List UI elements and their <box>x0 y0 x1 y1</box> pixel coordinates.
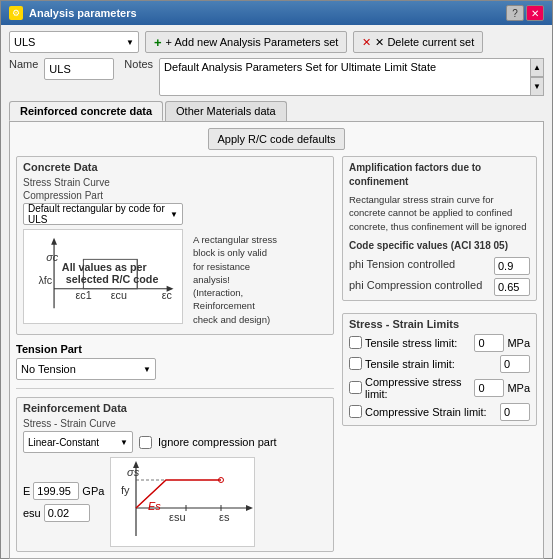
tension-group: Tension Part No Tension ▼ <box>16 343 334 380</box>
close-button[interactable]: ✕ <box>526 5 544 21</box>
tabs: Reinforced concrete data Other Materials… <box>9 101 544 122</box>
svg-marker-2 <box>51 238 57 245</box>
concrete-data-group: Concrete Data Stress Strain Curve Compre… <box>16 156 334 335</box>
svg-text:All values as per: All values as per <box>62 261 148 273</box>
esu-label: esu <box>23 507 41 519</box>
amplification-desc: Rectangular stress strain curve for conc… <box>349 193 530 233</box>
phi-tension-input[interactable] <box>494 257 530 275</box>
window-title: Analysis parameters <box>29 7 137 19</box>
rein-values: E GPa esu <box>23 457 104 547</box>
delete-params-button[interactable]: ✕ ✕ Delete current set <box>353 31 483 53</box>
notes-label: Notes <box>124 58 153 70</box>
tension-label: Tension Part <box>16 343 334 355</box>
compressive-stress-input[interactable] <box>474 379 504 397</box>
compressive-stress-label: Compressive stress limit: <box>365 376 471 400</box>
compression-label: Compression Part <box>23 190 327 201</box>
reinforcement-group: Reinforcement Data Stress - Strain Curve… <box>16 397 334 552</box>
name-notes-row: Name Notes ▲ ▼ <box>9 58 544 96</box>
rein-curve-dropdown[interactable]: Linear-Constant ▼ <box>23 431 133 453</box>
tensile-strain-checkbox[interactable] <box>349 357 362 370</box>
concrete-curve-dropdown[interactable]: Default rectangular by code for ULS ▼ <box>23 203 183 225</box>
svg-marker-17 <box>246 505 253 511</box>
esu-row: esu <box>23 504 104 522</box>
amplification-group: Amplification factors due to confinement… <box>342 156 537 301</box>
e-label: E <box>23 485 30 497</box>
svg-text:selected R/C code: selected R/C code <box>66 273 159 285</box>
tensile-strain-input[interactable] <box>500 355 530 373</box>
e-unit: GPa <box>82 485 104 497</box>
code-title: Code specific values (ACI 318 05) <box>349 239 530 253</box>
phi-compression-input[interactable] <box>494 278 530 296</box>
svg-text:σs: σs <box>127 466 140 478</box>
divider <box>16 388 334 389</box>
tensile-stress-unit: MPa <box>507 337 530 349</box>
two-column-layout: Concrete Data Stress Strain Curve Compre… <box>16 156 537 552</box>
left-panel: Concrete Data Stress Strain Curve Compre… <box>16 156 334 552</box>
svg-text:εc1: εc1 <box>76 289 92 301</box>
add-params-button[interactable]: + + Add new Analysis Parameters set <box>145 31 347 53</box>
compressive-strain-row: Compressive Strain limit: <box>349 403 530 421</box>
e-input[interactable] <box>33 482 79 500</box>
concrete-chart-svg: σc λfc εc1 εcu <box>24 230 182 323</box>
help-button[interactable]: ? <box>506 5 524 21</box>
title-bar: ⚙ Analysis parameters ? ✕ <box>1 1 552 25</box>
compressive-stress-checkbox[interactable] <box>349 381 362 394</box>
tensile-stress-label: Tensile stress limit: <box>365 337 471 349</box>
notes-scroll-down[interactable]: ▼ <box>530 77 544 96</box>
compressive-stress-unit: MPa <box>507 382 530 394</box>
top-row: ULS ▼ + + Add new Analysis Parameters se… <box>9 31 544 53</box>
concrete-stress-diagram: σc λfc εc1 εcu <box>23 229 183 324</box>
concrete-warning-text: A rectangular stress block is only valid… <box>189 229 284 330</box>
concrete-data-title: Concrete Data <box>23 161 327 173</box>
tensile-stress-row: Tensile stress limit: MPa <box>349 334 530 352</box>
tab-content: Apply R/C code defaults Concrete Data St… <box>9 122 544 559</box>
name-input[interactable] <box>44 58 114 80</box>
tensile-strain-label: Tensile strain limit: <box>365 358 497 370</box>
reinforcement-title: Reinforcement Data <box>23 402 327 414</box>
right-panel: Amplification factors due to confinement… <box>342 156 537 552</box>
tab-reinforced-concrete[interactable]: Reinforced concrete data <box>9 101 163 121</box>
code-specific-box: Code specific values (ACI 318 05) phi Te… <box>349 239 530 296</box>
stress-limits-title: Stress - Strain Limits <box>349 318 530 330</box>
apply-rc-defaults-button[interactable]: Apply R/C code defaults <box>208 128 344 150</box>
tensile-strain-row: Tensile strain limit: <box>349 355 530 373</box>
svg-text:εsu: εsu <box>169 511 186 523</box>
svg-text:Es: Es <box>148 500 161 512</box>
compressive-stress-row: Compressive stress limit: MPa <box>349 376 530 400</box>
phi-compression-label: phi Compression controlled <box>349 278 482 296</box>
rein-diagram: σs fy Es <box>110 457 255 547</box>
concrete-diagram-area: σc λfc εc1 εcu <box>23 229 327 330</box>
compressive-strain-input[interactable] <box>500 403 530 421</box>
svg-text:fy: fy <box>121 484 130 496</box>
svg-text:εc: εc <box>162 289 173 301</box>
main-content: ULS ▼ + + Add new Analysis Parameters se… <box>1 25 552 559</box>
stress-strain-label: Stress Strain Curve <box>23 177 327 188</box>
ignore-compression-checkbox[interactable] <box>139 436 152 449</box>
app-icon: ⚙ <box>9 6 23 20</box>
notes-scroll-up[interactable]: ▲ <box>530 58 544 77</box>
phi-tension-label: phi Tension controlled <box>349 257 455 275</box>
esu-input[interactable] <box>44 504 90 522</box>
notes-textarea[interactable] <box>159 58 544 96</box>
e-row: E GPa <box>23 482 104 500</box>
tensile-stress-input[interactable] <box>474 334 504 352</box>
title-buttons: ? ✕ <box>506 5 544 21</box>
svg-text:εcu: εcu <box>111 289 127 301</box>
title-bar-left: ⚙ Analysis parameters <box>9 6 137 20</box>
svg-text:εs: εs <box>219 511 230 523</box>
rein-chart-svg: σs fy Es <box>111 458 256 548</box>
tensile-stress-checkbox[interactable] <box>349 336 362 349</box>
analysis-type-dropdown[interactable]: ULS ▼ <box>9 31 139 53</box>
name-label: Name <box>9 58 38 70</box>
tab-other-materials[interactable]: Other Materials data <box>165 101 287 121</box>
main-window: ⚙ Analysis parameters ? ✕ ULS ▼ + + Add … <box>0 0 553 559</box>
ignore-compression-label: Ignore compression part <box>158 436 277 448</box>
rein-data-area: E GPa esu <box>23 457 327 547</box>
amplification-title: Amplification factors due to confinement <box>349 161 530 189</box>
compressive-strain-checkbox[interactable] <box>349 405 362 418</box>
phi-tension-row: phi Tension controlled <box>349 257 530 275</box>
tension-dropdown[interactable]: No Tension ▼ <box>16 358 156 380</box>
rein-top-row: Linear-Constant ▼ Ignore compression par… <box>23 431 327 453</box>
stress-limits-group: Stress - Strain Limits Tensile stress li… <box>342 313 537 426</box>
rein-stress-label: Stress - Strain Curve <box>23 418 327 429</box>
